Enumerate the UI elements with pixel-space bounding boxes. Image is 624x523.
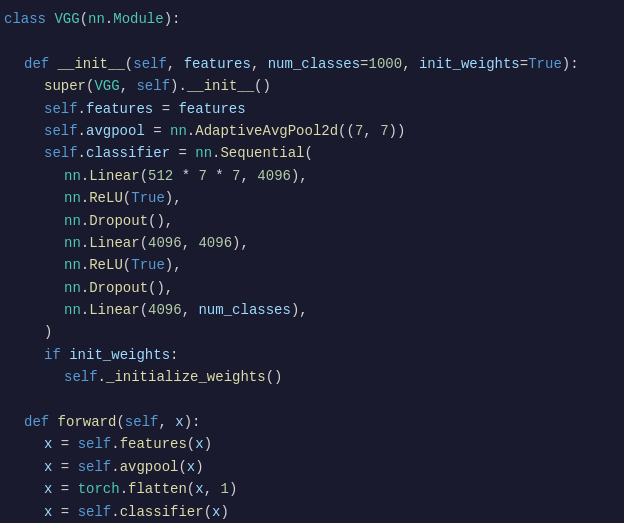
line-content: x = torch.flatten(x, 1) (40, 478, 616, 500)
token-attr: features (86, 101, 153, 117)
line-content: self._initialize_weights() (60, 366, 616, 388)
token-plain: ( (178, 459, 186, 475)
token-number: 4096 (148, 235, 182, 251)
code-line: x = self.classifier(x) (0, 501, 624, 523)
code-line (0, 389, 624, 411)
token-param: init_weights (69, 347, 170, 363)
code-line: nn.ReLU(True), (0, 254, 624, 276)
line-content: def forward(self, x): (20, 411, 616, 433)
line-content: x = self.avgpool(x) (40, 456, 616, 478)
token-plain: . (81, 302, 89, 318)
line-content: x = self.features(x) (40, 433, 616, 455)
line-content: nn.Dropout(), (60, 277, 616, 299)
token-fn: Linear (89, 302, 139, 318)
token-plain: . (81, 257, 89, 273)
token-param: x (195, 481, 203, 497)
line-content: nn.Dropout(), (60, 210, 616, 232)
token-plain: . (187, 123, 195, 139)
token-fn: Dropout (89, 280, 148, 296)
token-plain: , (167, 56, 184, 72)
code-line: x = torch.flatten(x, 1) (0, 478, 624, 500)
code-line: nn.Linear(4096, num_classes), (0, 299, 624, 321)
token-param: x (187, 459, 195, 475)
code-line: self._initialize_weights() (0, 366, 624, 388)
token-plain: , (182, 302, 199, 318)
token-self-kw: self (78, 459, 112, 475)
line-content: super(VGG, self).__init__() (40, 75, 616, 97)
token-plain: ), (165, 257, 182, 273)
code-line: ) (0, 321, 624, 343)
token-plain: ( (140, 235, 148, 251)
token-plain: . (78, 145, 86, 161)
token-fn: avgpool (120, 459, 179, 475)
token-nn: nn (64, 235, 81, 251)
token-nn: nn (64, 302, 81, 318)
token-param: x (175, 414, 183, 430)
line-content: x = self.classifier(x) (40, 501, 616, 523)
token-plain: = (153, 101, 178, 117)
token-plain: . (105, 11, 113, 27)
token-fn: Linear (89, 168, 139, 184)
token-plain: . (78, 101, 86, 117)
token-fn: __init__ (58, 56, 125, 72)
token-bool-val: True (131, 190, 165, 206)
token-plain: = (52, 504, 77, 520)
token-fn: features (120, 436, 187, 452)
token-plain: ( (123, 257, 131, 273)
code-line: class VGG(nn.Module): (0, 8, 624, 30)
token-plain: ( (140, 168, 148, 184)
token-plain: . (111, 504, 119, 520)
token-plain: ( (187, 436, 195, 452)
token-plain: ), (291, 302, 308, 318)
token-self-kw: self (64, 369, 98, 385)
token-kw: def (24, 414, 58, 430)
token-fn: flatten (128, 481, 187, 497)
line-content: def __init__(self, features, num_classes… (20, 53, 616, 75)
token-plain: , (182, 235, 199, 251)
token-plain: ), (291, 168, 308, 184)
token-number: 7 (232, 168, 240, 184)
token-kw: class (4, 11, 54, 27)
token-plain: , (363, 123, 380, 139)
token-param: features (178, 101, 245, 117)
token-plain: = (170, 145, 195, 161)
token-plain: () (266, 369, 283, 385)
token-fn: _initialize_weights (106, 369, 266, 385)
token-number: 4096 (257, 168, 291, 184)
token-plain: ( (80, 11, 88, 27)
token-number: 7 (380, 123, 388, 139)
line-content (0, 389, 616, 411)
line-content: if init_weights: (40, 344, 616, 366)
token-cls: nn (88, 11, 105, 27)
token-param: num_classes (198, 302, 290, 318)
token-plain: * (173, 168, 198, 184)
token-plain: () (254, 78, 271, 94)
line-content (0, 30, 616, 52)
token-plain: ): (164, 11, 181, 27)
token-plain: = (145, 123, 170, 139)
code-line: nn.Dropout(), (0, 210, 624, 232)
code-line: super(VGG, self).__init__() (0, 75, 624, 97)
token-plain: (( (338, 123, 355, 139)
code-line: nn.Linear(4096, 4096), (0, 232, 624, 254)
line-content: self.features = features (40, 98, 616, 120)
token-attr: avgpool (86, 123, 145, 139)
line-content: nn.ReLU(True), (60, 187, 616, 209)
token-plain: , (251, 56, 268, 72)
token-plain: ( (123, 190, 131, 206)
token-cls: VGG (94, 78, 119, 94)
token-nn: nn (64, 257, 81, 273)
token-fn: classifier (120, 504, 204, 520)
token-nn: nn (170, 123, 187, 139)
token-nn: nn (64, 213, 81, 229)
code-line: self.classifier = nn.Sequential( (0, 142, 624, 164)
code-line: def __init__(self, features, num_classes… (0, 53, 624, 75)
line-content: self.classifier = nn.Sequential( (40, 142, 616, 164)
token-plain: . (81, 280, 89, 296)
token-plain: (), (148, 213, 173, 229)
token-plain: . (111, 436, 119, 452)
code-line: nn.Linear(512 * 7 * 7, 4096), (0, 165, 624, 187)
token-plain: . (78, 123, 86, 139)
token-param: init_weights (419, 56, 520, 72)
token-plain: ) (44, 324, 52, 340)
